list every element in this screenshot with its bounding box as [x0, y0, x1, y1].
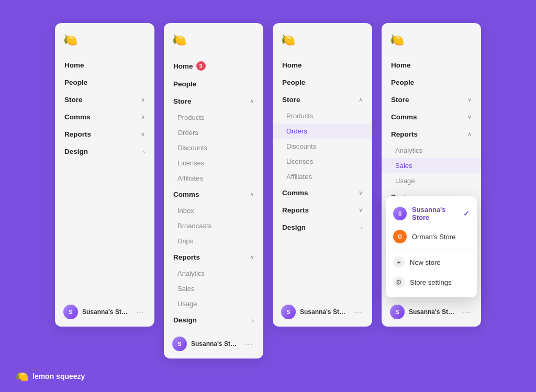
nav-item-label: Design — [64, 148, 88, 155]
nav-item-label: Home — [173, 62, 193, 70]
footer-store-name: Susanna's Store — [191, 340, 239, 348]
plus-icon: + — [393, 256, 405, 268]
nav-sub-item-drips[interactable]: Drips — [164, 233, 263, 249]
nav-sub-item-products[interactable]: Products — [273, 108, 372, 124]
chevron-icon: ∨ — [359, 207, 363, 214]
nav-item-label: Home — [64, 61, 84, 69]
panel-logo: 🍋 — [273, 33, 372, 57]
nav-item-label: People — [282, 79, 305, 86]
popup-item-new-store[interactable]: +New store — [386, 252, 477, 272]
nav-item-label: Store — [391, 96, 409, 104]
nav-sub-item-inbox[interactable]: Inbox — [164, 203, 263, 218]
chevron-icon: ∧ — [359, 96, 363, 103]
nav-item-comms[interactable]: Comms∨ — [382, 108, 481, 126]
chevron-icon: ∨ — [141, 131, 145, 138]
nav-sub-item-discounts[interactable]: Discounts — [273, 139, 372, 154]
chevron-icon: ∨ — [359, 189, 363, 196]
nav-item-store[interactable]: Store∧ — [273, 91, 372, 108]
nav-sub-item-affiliates[interactable]: Affiliates — [164, 171, 263, 186]
nav-section: HomePeopleStore∨Comms∨Reports∨Design› — [55, 57, 154, 297]
footer-dots-menu[interactable]: ··· — [461, 307, 473, 317]
nav-sub-item-products[interactable]: Products — [164, 110, 263, 125]
nav-section: Home3PeopleStore∧ProductsOrdersDiscounts… — [164, 57, 263, 329]
chevron-icon: ∧ — [250, 254, 254, 261]
nav-item-label: Design — [173, 316, 197, 324]
nav-item-design[interactable]: Design› — [273, 219, 372, 236]
nav-item-label: People — [391, 79, 414, 86]
sidebar-panel-3: 🍋HomePeopleStore∧ProductsOrdersDiscounts… — [273, 23, 372, 327]
nav-item-home[interactable]: Home — [55, 57, 154, 74]
nav-sub-item-usage[interactable]: Usage — [382, 173, 481, 188]
nav-item-home[interactable]: Home — [382, 57, 481, 74]
nav-item-people[interactable]: People — [164, 75, 263, 93]
nav-item-people[interactable]: People — [55, 74, 154, 91]
nav-sub-item-orders[interactable]: Orders — [164, 125, 263, 140]
nav-sub-item-discounts[interactable]: Discounts — [164, 140, 263, 155]
nav-sub-item-orders[interactable]: Orders — [273, 124, 372, 139]
footer-dots-menu[interactable]: ··· — [134, 307, 146, 317]
nav-sub-item-analytics[interactable]: Analytics — [164, 266, 263, 281]
panel-logo: 🍋 — [55, 33, 154, 57]
notification-badge: 3 — [196, 61, 206, 71]
store-popup: SSusanna's Store✓OOrman's Store+New stor… — [386, 196, 477, 297]
chevron-icon: › — [143, 149, 145, 155]
nav-item-store[interactable]: Store∧ — [164, 93, 263, 110]
nav-item-label: Comms — [391, 113, 417, 121]
nav-item-label: Store — [282, 96, 300, 104]
popup-item-store-settings[interactable]: ⚙Store settings — [386, 272, 477, 292]
nav-sub-item-sales[interactable]: Sales — [164, 281, 263, 296]
lemon-logo-icon: 🍋 — [390, 33, 404, 47]
nav-sub-item-licenses[interactable]: Licenses — [164, 155, 263, 171]
nav-item-label: Reports — [64, 130, 91, 138]
nav-item-design[interactable]: Design› — [55, 143, 154, 160]
sidebar-footer: SSusanna's Store··· — [55, 297, 154, 327]
lemon-logo-icon: 🍋 — [63, 33, 77, 47]
nav-item-reports[interactable]: Reports∧ — [164, 249, 263, 266]
nav-item-reports[interactable]: Reports∨ — [273, 201, 372, 219]
footer-store-avatar: S — [281, 305, 296, 319]
nav-item-comms[interactable]: Comms∧ — [164, 186, 263, 203]
store-avatar-orange: O — [393, 230, 407, 243]
nav-item-reports[interactable]: Reports∨ — [55, 126, 154, 143]
gear-icon: ⚙ — [393, 276, 405, 288]
nav-sub-item-affiliates[interactable]: Affiliates — [273, 169, 372, 184]
nav-item-reports[interactable]: Reports∧ — [382, 126, 481, 143]
nav-sub-item-sales[interactable]: Sales — [382, 158, 481, 173]
popup-item-orman-s-store[interactable]: OOrman's Store — [386, 226, 477, 248]
nav-sub-item-usage[interactable]: Usage — [164, 296, 263, 311]
footer-dots-menu[interactable]: ··· — [243, 339, 255, 349]
popup-item-susanna-s-store[interactable]: SSusanna's Store✓ — [386, 201, 477, 226]
nav-item-design[interactable]: Design› — [164, 311, 263, 329]
sidebar-footer: SSusanna's Store··· — [382, 297, 481, 327]
footer-store-avatar: S — [172, 337, 187, 351]
nav-item-store[interactable]: Store∨ — [55, 91, 154, 108]
nav-item-label: Store — [64, 96, 83, 104]
nav-sub-item-analytics[interactable]: Analytics — [382, 143, 481, 158]
panel-logo: 🍋 — [164, 33, 263, 57]
footer-dots-menu[interactable]: ··· — [352, 307, 364, 317]
footer-store-name: Susanna's Store — [409, 308, 456, 316]
nav-item-home[interactable]: Home3 — [164, 57, 263, 75]
nav-item-people[interactable]: People — [273, 74, 372, 91]
nav-item-comms[interactable]: Comms∨ — [55, 108, 154, 126]
bottom-brand: 🍋 lemon squeezy — [16, 370, 85, 383]
nav-item-label: Reports — [282, 206, 309, 214]
nav-item-comms[interactable]: Comms∨ — [273, 184, 372, 201]
nav-item-label: Home — [282, 61, 302, 69]
nav-item-label: Comms — [282, 189, 308, 197]
chevron-icon: ∨ — [467, 114, 472, 120]
chevron-icon: › — [252, 317, 254, 323]
footer-store-avatar: S — [63, 305, 78, 319]
nav-item-label: Store — [173, 97, 192, 105]
nav-item-label: Comms — [173, 191, 199, 198]
nav-item-people[interactable]: People — [382, 74, 481, 91]
nav-sub-item-licenses[interactable]: Licenses — [273, 154, 372, 169]
nav-section: HomePeopleStore∧ProductsOrdersDiscountsL… — [273, 57, 372, 297]
chevron-icon: ∧ — [250, 98, 254, 105]
nav-sub-item-broadcasts[interactable]: Broadcasts — [164, 218, 263, 233]
popup-settings-label: Store settings — [410, 278, 452, 286]
nav-item-label: People — [64, 79, 87, 86]
brand-name: lemon squeezy — [32, 372, 85, 380]
nav-item-store[interactable]: Store∨ — [382, 91, 481, 108]
nav-item-home[interactable]: Home — [273, 57, 372, 74]
